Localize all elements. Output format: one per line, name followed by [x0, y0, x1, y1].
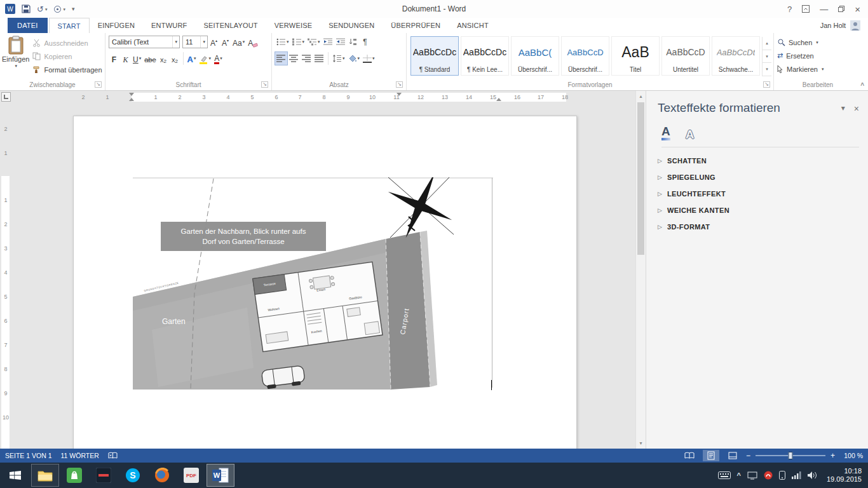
panel-section-leuchteffekt[interactable]: ▷LEUCHTEFFEKT: [658, 186, 859, 202]
zoom-out-button[interactable]: −: [746, 451, 750, 460]
paste-button[interactable]: Einfügen ▾: [2, 34, 29, 79]
find-button[interactable]: Suchen ▾: [776, 37, 860, 48]
undo-caret-icon[interactable]: ▾: [45, 7, 48, 11]
touch-keyboard-icon[interactable]: [718, 471, 731, 479]
tab-datei[interactable]: DATEI: [8, 18, 48, 33]
word-count[interactable]: 11 WÖRTER: [61, 452, 99, 459]
phone-icon[interactable]: [779, 471, 785, 480]
find-caret-icon[interactable]: ▾: [816, 40, 818, 45]
floorplan-image[interactable]: GRUNDSTÜCKSGRENZE Garte: [133, 177, 493, 390]
proofing-status-icon[interactable]: [108, 452, 118, 459]
font-name-caret-icon[interactable]: ▾: [172, 36, 179, 48]
tab-entwurf[interactable]: ENTWURF: [143, 18, 195, 33]
font-dialog-launcher-icon[interactable]: ↘: [261, 81, 268, 88]
select-button[interactable]: Markieren ▾: [776, 64, 860, 74]
line-spacing-button[interactable]: ▾: [331, 52, 346, 65]
save-button[interactable]: [22, 4, 31, 13]
help-button[interactable]: ?: [787, 5, 792, 13]
panel-section-3d-format[interactable]: ▷3D-FORMAT: [658, 219, 859, 235]
task-pane-close-icon[interactable]: ×: [854, 104, 859, 114]
multilevel-list-button[interactable]: ▾: [306, 36, 322, 48]
panel-section-spiegelung[interactable]: ▷SPIEGELUNG: [658, 169, 859, 186]
v-ruler[interactable]: 2112345678910: [0, 104, 11, 449]
antivirus-icon[interactable]: [764, 471, 773, 480]
clear-formatting-button[interactable]: A: [247, 36, 259, 48]
read-mode-button[interactable]: [681, 450, 698, 461]
show-paragraph-marks-button[interactable]: ¶: [360, 36, 371, 48]
strikethrough-button[interactable]: abe: [143, 52, 157, 65]
tab-sendungen[interactable]: SENDUNGEN: [320, 18, 383, 33]
change-case-button[interactable]: Aa▾: [231, 36, 246, 48]
style-item[interactable]: AaBbCcDtSchwache...: [712, 36, 760, 76]
first-line-indent-marker[interactable]: [129, 93, 134, 96]
taskbar-item-store[interactable]: [60, 464, 88, 487]
paragraph-dialog-launcher-icon[interactable]: ↘: [396, 81, 403, 88]
style-item[interactable]: AaBbCcDÜberschrif...: [561, 36, 609, 76]
text-effects-button[interactable]: A▾: [186, 52, 198, 65]
style-item[interactable]: AaBbCcDUntertitel: [661, 36, 710, 76]
vertical-scrollbar[interactable]: ▴ ▾: [635, 91, 646, 449]
font-size-caret-icon[interactable]: ▾: [200, 36, 207, 48]
tab-start[interactable]: START: [49, 18, 90, 33]
bold-button[interactable]: F: [109, 52, 119, 65]
copy-button[interactable]: Kopieren: [31, 51, 103, 62]
shading-caret-icon[interactable]: ▾: [358, 56, 360, 61]
scroll-up-icon[interactable]: ▴: [639, 93, 642, 99]
collapse-ribbon-icon[interactable]: ^: [860, 82, 864, 89]
zoom-level[interactable]: 100 %: [840, 452, 863, 459]
text-effects-caret-icon[interactable]: ▾: [194, 56, 196, 60]
hanging-indent-marker[interactable]: [129, 98, 134, 101]
sort-button[interactable]: [348, 36, 359, 48]
touch-mode-button[interactable]: ▾: [53, 5, 65, 13]
right-indent-marker[interactable]: [496, 98, 501, 101]
line-spacing-caret-icon[interactable]: ▾: [342, 56, 345, 61]
justify-button[interactable]: [313, 52, 325, 65]
monitor-icon[interactable]: [747, 471, 757, 480]
tray-expand-icon[interactable]: ^: [737, 471, 741, 479]
styles-more-icon[interactable]: ▾: [763, 63, 771, 76]
tab-selector[interactable]: [1, 92, 11, 102]
text-outline-tab-icon[interactable]: A: [686, 128, 695, 140]
tab-verweise[interactable]: VERWEISE: [266, 18, 320, 33]
taskbar-item-pdf[interactable]: PDF: [177, 464, 205, 487]
scrollbar-thumb[interactable]: [637, 102, 644, 255]
text-fill-tab-icon[interactable]: A: [661, 125, 670, 140]
undo-button[interactable]: ↺▾: [37, 5, 47, 13]
change-case-caret-icon[interactable]: ▾: [243, 39, 245, 44]
align-left-button[interactable]: [275, 52, 287, 65]
restore-button[interactable]: [838, 6, 844, 12]
borders-caret-icon[interactable]: ▾: [372, 56, 375, 61]
taskbar-item-lenovo[interactable]: [90, 464, 118, 487]
underline-caret-icon[interactable]: ▾: [139, 56, 142, 60]
tab-ansicht[interactable]: ANSICHT: [449, 18, 497, 33]
web-layout-button[interactable]: [724, 450, 741, 461]
taskbar-item-firefox[interactable]: [148, 464, 176, 487]
align-right-button[interactable]: [301, 52, 313, 65]
superscript-button[interactable]: x2: [170, 52, 180, 65]
print-layout-button[interactable]: [703, 450, 719, 461]
start-button[interactable]: [0, 463, 31, 488]
tab-seitenlayout[interactable]: SEITENLAYOUT: [195, 18, 266, 33]
cut-button[interactable]: Ausschneiden: [31, 37, 103, 48]
highlight-caret-icon[interactable]: ▾: [208, 56, 211, 60]
style-item[interactable]: AaBbC(Überschrif...: [511, 36, 559, 76]
close-button[interactable]: ×: [855, 4, 860, 14]
shading-button[interactable]: ▾: [347, 52, 362, 65]
zoom-in-button[interactable]: +: [831, 451, 835, 460]
highlight-button[interactable]: ▾: [198, 52, 212, 65]
scroll-down-icon[interactable]: ▾: [639, 440, 642, 446]
increase-indent-button[interactable]: [335, 36, 347, 48]
font-color-button[interactable]: A▾: [213, 52, 224, 65]
numbering-caret-icon[interactable]: ▾: [302, 39, 305, 44]
subscript-button[interactable]: x2: [158, 52, 169, 65]
zoom-slider-thumb[interactable]: [788, 452, 792, 459]
font-size-combo[interactable]: 11 ▾: [182, 36, 208, 48]
taskbar-item-explorer[interactable]: [31, 464, 59, 487]
network-icon[interactable]: [792, 471, 801, 479]
bullets-button[interactable]: ▾: [275, 36, 290, 48]
taskbar-item-skype[interactable]: S: [119, 464, 147, 487]
tab-überprüfen[interactable]: ÜBERPRÜFEN: [383, 18, 449, 33]
shrink-font-button[interactable]: A▾: [220, 36, 231, 48]
styles-scroll-down-icon[interactable]: ▾: [763, 50, 771, 64]
grow-font-button[interactable]: A▴: [208, 36, 219, 48]
